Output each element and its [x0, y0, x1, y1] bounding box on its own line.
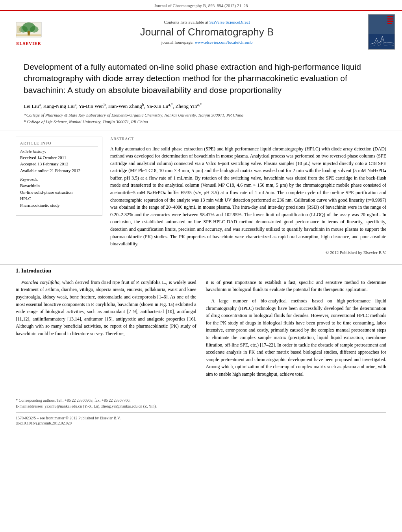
article-info-abstract-section: ARTICLE INFO Article history: Received 1… [0, 137, 402, 261]
species-name-1: Psoralea corylifolia [21, 280, 59, 285]
issn-line: 1570-0232/$ – see front matter © 2012 Pu… [16, 416, 386, 420]
journal-title-block: Contents lists available at SciVerse Sci… [50, 20, 363, 44]
article-info-col: ARTICLE INFO Article history: Received 1… [16, 137, 102, 261]
journal-header: ELSEVIER Contents lists available at Sci… [0, 10, 402, 53]
affiliation-b: ᵇ College of Life Science, Nankai Univer… [24, 119, 378, 124]
keyword-2: On-line solid-phase extraction [20, 189, 98, 196]
contents-available-line: Contents lists available at SciVerse Sci… [50, 20, 363, 24]
sciverse-link[interactable]: SciVerse ScienceDirect [209, 20, 250, 24]
intro-left-para1: Psoralea corylifolia, which derived from… [16, 279, 196, 337]
svg-rect-8 [369, 15, 395, 34]
keyword-3: HPLC [20, 195, 98, 202]
elsevier-tree-icon [13, 19, 44, 40]
footer-divider-2 [16, 412, 386, 413]
copyright-line: © 2012 Published by Elsevier B.V. [110, 250, 386, 255]
keywords-label: Keywords: [20, 177, 98, 182]
abstract-col: ABSTRACT A fully automated on-line solid… [110, 137, 386, 261]
authors-text: Lei Liua, Kang-Ning Liua, Ya-Bin Wenb, H… [24, 103, 202, 109]
article-info-label: ARTICLE INFO [20, 141, 98, 146]
footnote-email-line: E-mail addresses: yaxinlu@nankai.edu.cn … [16, 403, 386, 409]
authors-line: Lei Liua, Kang-Ning Liua, Ya-Bin Wenb, H… [24, 102, 378, 109]
footer-area: * Corresponding authors. Tel.: +86 22 23… [0, 388, 402, 425]
history-label: Article history: [20, 149, 98, 154]
journal-ref-bar: Journal of Chromatography B, 893–894 (20… [0, 0, 402, 9]
footnote-star-line: * Corresponding authors. Tel.: +86 22 23… [16, 397, 386, 403]
keyword-1: Bavachinin [20, 182, 98, 189]
doi-line: doi:10.1016/j.jchromb.2012.02.020 [16, 421, 386, 425]
elsevier-text: ELSEVIER [16, 41, 41, 46]
intro-left-col: Psoralea corylifolia, which derived from… [16, 279, 196, 382]
svg-rect-5 [17, 26, 21, 33]
article-keywords: Keywords: Bavachinin On-line solid-phase… [20, 177, 98, 208]
article-title: Development of a fully automated on-line… [24, 61, 378, 96]
cover-image [363, 14, 395, 50]
abstract-section: ABSTRACT A fully automated on-line solid… [110, 137, 386, 255]
homepage-link[interactable]: www.elsevier.com/locate/chromb [195, 40, 252, 44]
footer-divider [16, 394, 386, 394]
accepted-date: Accepted 13 February 2012 [20, 161, 98, 167]
journal-ref: Journal of Chromatography B, 893–894 (20… [154, 3, 248, 8]
available-date: Available online 21 February 2012 [20, 167, 98, 174]
homepage-line: journal homepage: www.elsevier.com/locat… [50, 40, 363, 44]
article-header: Development of a fully automated on-line… [0, 53, 402, 130]
journal-main-title: Journal of Chromatography B [50, 26, 363, 38]
svg-point-3 [30, 26, 39, 33]
intro-right-para2: A large number of bio-analytical methods… [206, 297, 387, 378]
article-info-box: ARTICLE INFO Article history: Received 1… [16, 137, 102, 216]
introduction-text: Psoralea corylifolia, which derived from… [0, 279, 402, 382]
cover-svg [369, 15, 395, 50]
section-title-text: Introduction [21, 268, 51, 274]
intro-right-col: it is of great importance to establish a… [206, 279, 387, 382]
abstract-label: ABSTRACT [110, 137, 386, 142]
intro-right-para1: it is of great importance to establish a… [206, 279, 387, 293]
received-date: Received 14 October 2011 [20, 154, 98, 161]
section-divider [0, 264, 402, 265]
keyword-4: Pharmacokinetic study [20, 202, 98, 209]
page: Journal of Chromatography B, 893–894 (20… [0, 0, 402, 532]
svg-rect-6 [16, 34, 41, 36]
abstract-text: A fully automated on-line solid-phase ex… [110, 145, 386, 248]
affiliation-a: ᵃ College of Pharmacy & State Key Labora… [24, 113, 378, 118]
section-number: 1. [16, 268, 20, 274]
article-history: Article history: Received 14 October 201… [20, 149, 98, 174]
introduction-header: 1. Introduction [0, 268, 402, 279]
elsevier-logo: ELSEVIER [7, 19, 50, 46]
section-title: 1. Introduction [16, 268, 386, 274]
journal-cover [368, 14, 395, 50]
